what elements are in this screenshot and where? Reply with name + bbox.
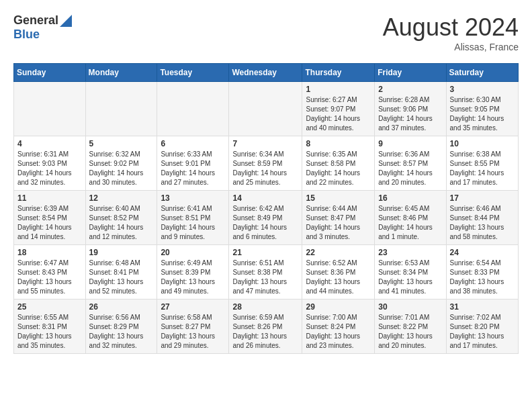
logo-blue-text: Blue [13,28,40,42]
day-info: Sunrise: 6:27 AM Sunset: 9:07 PM Dayligh… [306,95,371,133]
day-number: 23 [378,248,442,257]
day-number: 7 [232,139,298,148]
day-number: 17 [450,193,515,203]
cell-w4-d3: 21Sunrise: 6:51 AM Sunset: 8:38 PM Dayli… [229,245,302,300]
cell-w3-d4: 15Sunrise: 6:44 AM Sunset: 8:47 PM Dayli… [302,191,375,245]
day-info: Sunrise: 6:45 AM Sunset: 8:46 PM Dayligh… [378,204,442,242]
cell-w5-d6: 31Sunrise: 7:02 AM Sunset: 8:20 PM Dayli… [446,300,518,354]
cell-w1-d0 [14,82,86,136]
day-number: 29 [306,302,371,312]
cell-w1-d2 [157,82,229,136]
cell-w1-d6: 3Sunrise: 6:30 AM Sunset: 9:05 PM Daylig… [446,82,518,136]
week-row-1: 1Sunrise: 6:27 AM Sunset: 9:07 PM Daylig… [14,82,519,136]
calendar-body: 1Sunrise: 6:27 AM Sunset: 9:07 PM Daylig… [14,82,519,354]
cell-w5-d0: 25Sunrise: 6:55 AM Sunset: 8:31 PM Dayli… [14,300,86,354]
day-number: 5 [89,139,154,148]
header-monday: Monday [85,64,157,82]
header-friday: Friday [375,64,446,82]
day-info: Sunrise: 6:38 AM Sunset: 8:55 PM Dayligh… [450,150,515,187]
day-number: 16 [378,193,442,203]
day-number: 14 [232,193,298,203]
day-number: 10 [450,139,515,148]
weekday-row: Sunday Monday Tuesday Wednesday Thursday… [14,64,519,82]
day-info: Sunrise: 6:47 AM Sunset: 8:43 PM Dayligh… [17,259,82,296]
day-info: Sunrise: 6:28 AM Sunset: 9:06 PM Dayligh… [378,95,442,133]
day-number: 19 [89,248,154,257]
day-number: 21 [232,248,298,257]
cell-w5-d3: 28Sunrise: 6:59 AM Sunset: 8:26 PM Dayli… [229,300,302,354]
calendar-header: Sunday Monday Tuesday Wednesday Thursday… [14,64,519,82]
day-info: Sunrise: 6:31 AM Sunset: 9:03 PM Dayligh… [17,150,82,187]
day-number: 3 [450,85,515,94]
day-info: Sunrise: 6:55 AM Sunset: 8:31 PM Dayligh… [17,313,82,351]
blue-label: Blue [13,28,40,41]
cell-w4-d1: 19Sunrise: 6:48 AM Sunset: 8:41 PM Dayli… [85,245,157,300]
cell-w4-d2: 20Sunrise: 6:49 AM Sunset: 8:39 PM Dayli… [157,245,229,300]
day-number: 9 [378,139,442,148]
day-number: 6 [161,139,225,148]
cell-w1-d4: 1Sunrise: 6:27 AM Sunset: 9:07 PM Daylig… [302,82,375,136]
cell-w3-d2: 13Sunrise: 6:41 AM Sunset: 8:51 PM Dayli… [157,191,229,245]
cell-w5-d5: 30Sunrise: 7:01 AM Sunset: 8:22 PM Dayli… [375,300,446,354]
week-row-2: 4Sunrise: 6:31 AM Sunset: 9:03 PM Daylig… [14,136,519,191]
day-info: Sunrise: 6:54 AM Sunset: 8:33 PM Dayligh… [450,259,515,296]
day-info: Sunrise: 6:48 AM Sunset: 8:41 PM Dayligh… [89,259,154,296]
header-saturday: Saturday [446,64,518,82]
svg-marker-0 [60,15,72,27]
day-number: 25 [17,302,82,312]
day-info: Sunrise: 6:59 AM Sunset: 8:26 PM Dayligh… [232,313,298,351]
cell-w3-d5: 16Sunrise: 6:45 AM Sunset: 8:46 PM Dayli… [375,191,446,245]
day-info: Sunrise: 6:42 AM Sunset: 8:49 PM Dayligh… [232,204,298,242]
day-info: Sunrise: 6:32 AM Sunset: 9:02 PM Dayligh… [89,150,154,187]
day-info: Sunrise: 6:49 AM Sunset: 8:39 PM Dayligh… [161,259,225,296]
day-info: Sunrise: 6:56 AM Sunset: 8:29 PM Dayligh… [89,313,154,351]
day-info: Sunrise: 6:33 AM Sunset: 9:01 PM Dayligh… [161,150,225,187]
page-container: General Blue August 2024 Alissas, France… [13,13,519,354]
cell-w3-d3: 14Sunrise: 6:42 AM Sunset: 8:49 PM Dayli… [229,191,302,245]
cell-w4-d6: 24Sunrise: 6:54 AM Sunset: 8:33 PM Dayli… [446,245,518,300]
day-number: 11 [17,193,82,203]
day-info: Sunrise: 7:02 AM Sunset: 8:20 PM Dayligh… [450,313,515,351]
day-info: Sunrise: 6:44 AM Sunset: 8:47 PM Dayligh… [306,204,371,242]
day-info: Sunrise: 6:46 AM Sunset: 8:44 PM Dayligh… [450,204,515,242]
header-tuesday: Tuesday [157,64,229,82]
day-info: Sunrise: 6:41 AM Sunset: 8:51 PM Dayligh… [161,204,225,242]
cell-w1-d5: 2Sunrise: 6:28 AM Sunset: 9:06 PM Daylig… [375,82,446,136]
day-number: 13 [161,193,225,203]
main-title: August 2024 [383,13,519,42]
day-number: 26 [89,302,154,312]
cell-w2-d3: 7Sunrise: 6:34 AM Sunset: 8:59 PM Daylig… [229,136,302,191]
cell-w2-d5: 9Sunrise: 6:36 AM Sunset: 8:57 PM Daylig… [375,136,446,191]
cell-w2-d0: 4Sunrise: 6:31 AM Sunset: 9:03 PM Daylig… [14,136,86,191]
day-info: Sunrise: 6:36 AM Sunset: 8:57 PM Dayligh… [378,150,442,187]
day-info: Sunrise: 7:01 AM Sunset: 8:22 PM Dayligh… [378,313,442,351]
cell-w2-d4: 8Sunrise: 6:35 AM Sunset: 8:58 PM Daylig… [302,136,375,191]
cell-w4-d4: 22Sunrise: 6:52 AM Sunset: 8:36 PM Dayli… [302,245,375,300]
cell-w3-d6: 17Sunrise: 6:46 AM Sunset: 8:44 PM Dayli… [446,191,518,245]
cell-w3-d0: 11Sunrise: 6:39 AM Sunset: 8:54 PM Dayli… [14,191,86,245]
day-number: 1 [306,85,371,94]
header-thursday: Thursday [302,64,375,82]
day-number: 22 [306,248,371,257]
day-info: Sunrise: 6:51 AM Sunset: 8:38 PM Dayligh… [232,259,298,296]
day-info: Sunrise: 6:34 AM Sunset: 8:59 PM Dayligh… [232,150,298,187]
week-row-3: 11Sunrise: 6:39 AM Sunset: 8:54 PM Dayli… [14,191,519,245]
cell-w5-d4: 29Sunrise: 7:00 AM Sunset: 8:24 PM Dayli… [302,300,375,354]
logo-icon [60,15,72,27]
cell-w2-d1: 5Sunrise: 6:32 AM Sunset: 9:02 PM Daylig… [85,136,157,191]
day-number: 31 [450,302,515,312]
cell-w1-d3 [229,82,302,136]
logo-general-text: General [13,13,58,28]
day-number: 27 [161,302,225,312]
header-wednesday: Wednesday [229,64,302,82]
day-info: Sunrise: 6:40 AM Sunset: 8:52 PM Dayligh… [89,204,154,242]
day-info: Sunrise: 6:53 AM Sunset: 8:34 PM Dayligh… [378,259,442,296]
day-number: 8 [306,139,371,148]
cell-w5-d2: 27Sunrise: 6:58 AM Sunset: 8:27 PM Dayli… [157,300,229,354]
day-number: 24 [450,248,515,257]
week-row-5: 25Sunrise: 6:55 AM Sunset: 8:31 PM Dayli… [14,300,519,354]
day-info: Sunrise: 6:58 AM Sunset: 8:27 PM Dayligh… [161,313,225,351]
cell-w1-d1 [85,82,157,136]
day-info: Sunrise: 7:00 AM Sunset: 8:24 PM Dayligh… [306,313,371,351]
day-info: Sunrise: 6:52 AM Sunset: 8:36 PM Dayligh… [306,259,371,296]
